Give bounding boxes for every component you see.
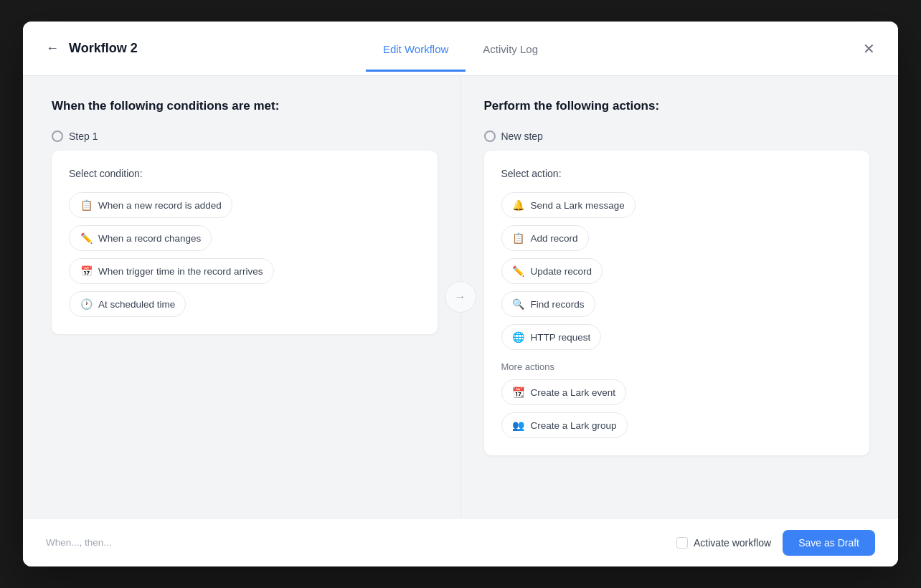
save-as-draft-button[interactable]: Save as Draft xyxy=(783,530,875,556)
footer-right: Activate workflow Save as Draft xyxy=(676,530,875,556)
action-add-record[interactable]: 📋 Add record xyxy=(501,225,589,251)
modal-footer: When..., then... Activate workflow Save … xyxy=(23,518,898,566)
condition-new-record[interactable]: 📋 When a new record is added xyxy=(69,192,232,218)
close-button[interactable]: ✕ xyxy=(860,37,878,60)
find-records-icon: 🔍 xyxy=(512,298,525,310)
find-records-label: Find records xyxy=(531,299,585,310)
action-card: Select action: 🔔 Send a Lark message 📋 A… xyxy=(484,151,870,455)
condition-trigger-time[interactable]: 📅 When trigger time in the record arrive… xyxy=(69,258,274,284)
action-options: 🔔 Send a Lark message 📋 Add record ✏️ Up… xyxy=(501,192,853,350)
header-tabs: Edit Workflow Activity Log xyxy=(366,26,555,72)
tab-edit-workflow[interactable]: Edit Workflow xyxy=(366,26,466,72)
trigger-time-icon: 📅 xyxy=(80,265,93,278)
activate-workflow-label[interactable]: Activate workflow xyxy=(676,537,771,549)
workflow-title: Workflow 2 xyxy=(69,41,138,56)
step-1-radio xyxy=(52,131,63,142)
conditions-title: When the following conditions are met: xyxy=(52,99,438,113)
activate-workflow-checkbox[interactable] xyxy=(676,537,688,549)
create-lark-event-label: Create a Lark event xyxy=(531,387,616,398)
arrow-connector: → xyxy=(445,281,476,313)
step-1-label: Step 1 xyxy=(52,131,438,142)
create-lark-group-label: Create a Lark group xyxy=(531,420,617,431)
modal-body: When the following conditions are met: S… xyxy=(23,76,898,518)
left-panel: When the following conditions are met: S… xyxy=(23,76,461,518)
select-condition-label: Select condition: xyxy=(69,168,420,179)
action-update-record[interactable]: ✏️ Update record xyxy=(501,258,603,284)
activate-workflow-text: Activate workflow xyxy=(694,537,771,549)
send-lark-message-icon: 🔔 xyxy=(512,199,525,212)
create-lark-event-icon: 📆 xyxy=(512,386,525,399)
http-request-label: HTTP request xyxy=(531,332,591,343)
record-changes-label: When a record changes xyxy=(98,233,201,244)
back-button[interactable]: ← xyxy=(43,38,62,59)
http-request-icon: 🌐 xyxy=(512,331,525,343)
more-actions-label: More actions xyxy=(501,361,853,372)
right-panel: Perform the following actions: New step … xyxy=(461,76,899,518)
update-record-label: Update record xyxy=(531,266,592,277)
add-record-icon: 📋 xyxy=(512,232,525,245)
condition-record-changes[interactable]: ✏️ When a record changes xyxy=(69,225,212,251)
modal-header: ← Workflow 2 Edit Workflow Activity Log … xyxy=(23,22,898,76)
action-create-lark-group[interactable]: 👥 Create a Lark group xyxy=(501,412,628,438)
action-http-request[interactable]: 🌐 HTTP request xyxy=(501,324,602,350)
new-step-radio xyxy=(484,131,496,142)
scheduled-label: At scheduled time xyxy=(98,299,175,310)
action-send-lark-message[interactable]: 🔔 Send a Lark message xyxy=(501,192,636,218)
new-step-label: New step xyxy=(484,131,870,142)
condition-options: 📋 When a new record is added ✏️ When a r… xyxy=(69,192,420,317)
condition-scheduled[interactable]: 🕐 At scheduled time xyxy=(69,291,186,317)
trigger-time-label: When trigger time in the record arrives xyxy=(98,266,263,277)
new-record-label: When a new record is added xyxy=(98,200,222,211)
select-action-label: Select action: xyxy=(501,168,853,179)
create-lark-group-icon: 👥 xyxy=(512,419,525,432)
scheduled-icon: 🕐 xyxy=(80,298,93,310)
header-right: ✕ xyxy=(860,37,878,60)
actions-title: Perform the following actions: xyxy=(484,99,870,113)
more-action-options: 📆 Create a Lark event 👥 Create a Lark gr… xyxy=(501,379,853,438)
action-find-records[interactable]: 🔍 Find records xyxy=(501,291,595,317)
add-record-label: Add record xyxy=(531,233,578,244)
header-left: ← Workflow 2 xyxy=(43,38,186,59)
record-changes-icon: ✏️ xyxy=(80,232,93,245)
condition-card: Select condition: 📋 When a new record is… xyxy=(52,151,438,334)
footer-summary: When..., then... xyxy=(46,537,112,548)
action-create-lark-event[interactable]: 📆 Create a Lark event xyxy=(501,379,627,405)
send-lark-message-label: Send a Lark message xyxy=(531,200,625,211)
workflow-modal: ← Workflow 2 Edit Workflow Activity Log … xyxy=(23,22,898,566)
new-record-icon: 📋 xyxy=(80,199,93,212)
tab-activity-log[interactable]: Activity Log xyxy=(466,26,555,72)
update-record-icon: ✏️ xyxy=(512,265,525,278)
